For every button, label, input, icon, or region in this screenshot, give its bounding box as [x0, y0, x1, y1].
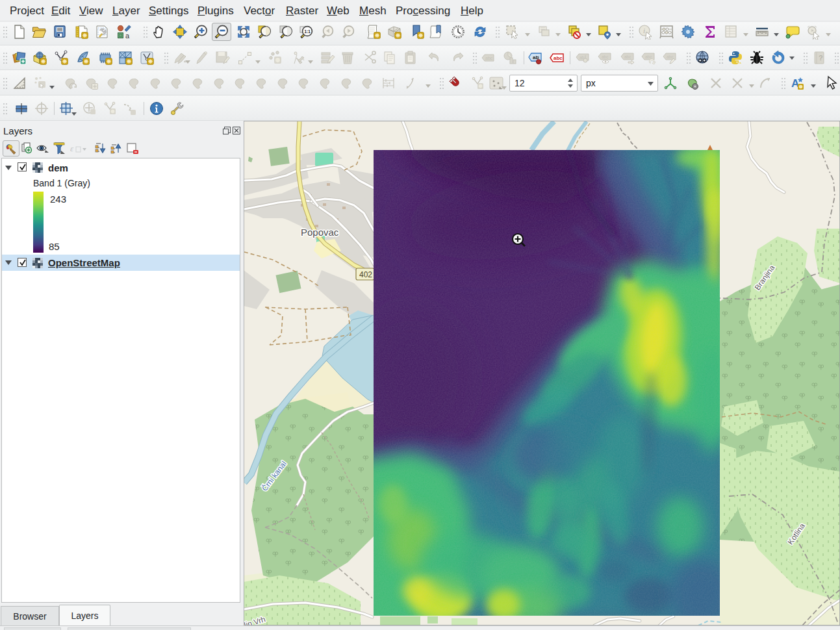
svg-text:ε: ε: [70, 144, 74, 153]
svg-text:1:1: 1:1: [305, 29, 311, 34]
svg-text:abc: abc: [485, 56, 493, 60]
svg-text:a: a: [125, 32, 130, 40]
svg-text:abc: abc: [645, 55, 652, 59]
svg-text:Popovac: Popovac: [301, 227, 339, 238]
svg-text:abc: abc: [602, 55, 609, 59]
svg-text:ab: ab: [579, 55, 585, 60]
svg-text:abc: abc: [624, 55, 631, 59]
svg-text:abc: abc: [554, 55, 563, 61]
svg-text:abc: abc: [667, 55, 674, 59]
svg-text:?: ?: [819, 54, 823, 62]
svg-text:i: i: [643, 27, 645, 34]
svg-text:402: 402: [359, 270, 372, 279]
